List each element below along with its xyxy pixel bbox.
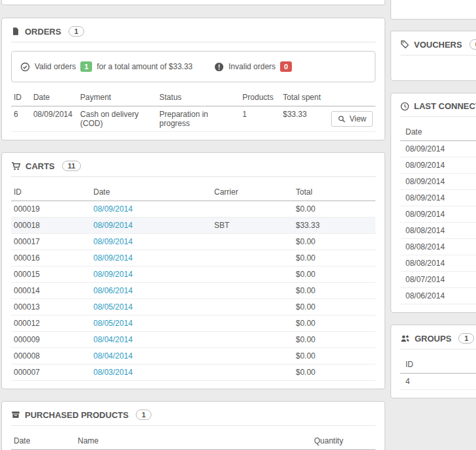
col-header-id: ID: [11, 184, 91, 201]
cart-id: 000007: [11, 364, 91, 381]
cart-row[interactable]: 000017 08/09/2014 $0.00: [11, 234, 375, 250]
connection-row: 08/09/2014: [400, 174, 476, 190]
cart-id: 000019: [11, 201, 91, 217]
cart-date-link[interactable]: 08/09/2014: [93, 253, 133, 263]
cart-date-link[interactable]: 08/09/2014: [93, 270, 133, 279]
cart-carrier: [212, 299, 293, 315]
cart-carrier: [212, 266, 293, 283]
cart-total: $0.00: [293, 332, 375, 348]
vouchers-panel-title: VOUCHERS: [414, 40, 462, 50]
cart-row[interactable]: 000018 08/09/2014 SBT $33.33: [11, 217, 375, 234]
last-connections-table: Date 08/09/2014 08/09/2014 08/09/2014 08…: [400, 123, 476, 304]
clock-icon: [400, 102, 409, 111]
cart-carrier: SBT: [212, 217, 293, 234]
cart-carrier: [212, 348, 293, 364]
col-header-payment: Payment: [78, 89, 157, 106]
carts-panel-title: CARTS: [25, 161, 55, 171]
cart-row[interactable]: 000007 08/03/2014 $0.00: [11, 364, 375, 381]
connection-row: 08/07/2014: [400, 272, 476, 288]
connection-row: 08/09/2014: [400, 141, 476, 157]
purchased-table-header: Date Name Quantity: [11, 432, 375, 450]
cart-row[interactable]: 000012 08/05/2014 $0.00: [11, 315, 375, 332]
cart-total: $0.00: [293, 250, 375, 266]
orders-panel-heading: ORDERS 1: [11, 26, 375, 42]
connection-row: 08/06/2014: [400, 288, 476, 304]
cart-date-link[interactable]: 08/06/2014: [93, 286, 133, 295]
partial-panel-above: [1, 0, 385, 5]
view-order-button[interactable]: View: [331, 111, 373, 127]
connection-date: 08/07/2014: [400, 272, 476, 288]
carts-table-header: ID Date Carrier Total: [11, 184, 375, 201]
col-header-date: Date: [400, 123, 476, 141]
connection-row: 08/08/2014: [400, 239, 476, 255]
vouchers-panel-heading: VOUCHERS 0: [400, 39, 476, 56]
vouchers-empty-body: [400, 56, 476, 72]
invalid-orders-label: Invalid orders: [229, 62, 276, 71]
connection-row: 08/08/2014: [400, 255, 476, 272]
col-header-date: Date: [91, 184, 212, 201]
cart-row[interactable]: 000013 08/05/2014 $0.00: [11, 299, 375, 315]
col-header-id: ID: [11, 89, 31, 106]
groups-table-header: ID: [400, 356, 476, 374]
cart-row[interactable]: 000014 08/06/2014 $0.00: [11, 283, 375, 299]
cart-row[interactable]: 000008 08/04/2014 $0.00: [11, 348, 375, 364]
connection-date: 08/08/2014: [400, 223, 476, 239]
cart-carrier: [212, 250, 293, 266]
carts-panel-heading: CARTS 11: [11, 161, 375, 177]
purchased-products-title: PURCHASED PRODUCTS: [25, 410, 129, 420]
valid-orders-label: Valid orders: [35, 62, 76, 71]
cart-id: 000015: [11, 266, 91, 283]
last-connections-heading: LAST CONNECTIONS: [400, 101, 476, 117]
col-header-id: ID: [400, 356, 476, 374]
carts-panel: CARTS 11 ID Date Carrier Total 000019 08…: [1, 152, 385, 389]
col-header-total-spent: Total spent: [280, 89, 328, 106]
connection-row: 08/09/2014: [400, 206, 476, 223]
connection-row: 08/09/2014: [400, 190, 476, 206]
cart-date-link[interactable]: 08/05/2014: [93, 319, 133, 328]
order-status: Preparation in progress: [157, 106, 240, 132]
connection-row: 08/08/2014: [400, 223, 476, 239]
cart-row[interactable]: 000015 08/09/2014 $0.00: [11, 266, 375, 283]
cart-date-link[interactable]: 08/04/2014: [93, 335, 133, 344]
side-column: VOUCHERS 0 LAST CONNECTIONS Date 08/09/2…: [390, 0, 476, 410]
last-connections-title: LAST CONNECTIONS: [414, 101, 476, 111]
col-header-quantity: Quantity: [311, 432, 375, 450]
cart-id: 000014: [11, 283, 91, 299]
cart-row[interactable]: 000016 08/09/2014 $0.00: [11, 250, 375, 266]
cart-date-link[interactable]: 08/05/2014: [93, 302, 133, 312]
carts-count-badge: 11: [62, 161, 82, 171]
cart-date-link[interactable]: 08/09/2014: [93, 237, 133, 246]
orders-table: ID Date Payment Status Products Total sp…: [11, 89, 375, 132]
cart-total: $0.00: [293, 201, 375, 217]
col-header-status: Status: [157, 89, 240, 106]
order-payment: Cash on delivery (COD): [78, 106, 157, 132]
check-circle-icon: [20, 62, 30, 72]
orders-panel: ORDERS 1 Valid orders 1 for a total amou…: [1, 18, 385, 140]
cart-id: 000012: [11, 315, 91, 332]
vouchers-panel: VOUCHERS 0: [390, 31, 476, 81]
cart-carrier: [212, 332, 293, 348]
cart-row[interactable]: 000009 08/04/2014 $0.00: [11, 332, 375, 348]
cart-total: $0.00: [293, 299, 375, 315]
cart-date-link[interactable]: 08/09/2014: [93, 221, 133, 230]
col-header-action: [328, 89, 375, 106]
cart-total: $0.00: [293, 234, 375, 250]
vouchers-count-badge: 0: [469, 39, 476, 50]
cart-date-link[interactable]: 08/04/2014: [93, 351, 133, 361]
order-row[interactable]: 6 08/09/2014 Cash on delivery (COD) Prep…: [11, 106, 375, 132]
purchased-products-panel: PURCHASED PRODUCTS 1 Date Name Quantity …: [1, 401, 385, 450]
cart-id: 000013: [11, 299, 91, 315]
carts-table: ID Date Carrier Total 000019 08/09/2014 …: [11, 184, 375, 381]
customer-detail-page: ORDERS 1 Valid orders 1 for a total amou…: [0, 0, 476, 450]
connection-row: 08/09/2014: [400, 157, 476, 174]
col-header-date: Date: [31, 89, 78, 106]
group-id: 4: [400, 374, 476, 390]
cart-date-link[interactable]: 08/03/2014: [93, 368, 133, 377]
cart-row[interactable]: 000019 08/09/2014 $0.00: [11, 201, 375, 217]
groups-count-badge: 1: [458, 333, 474, 344]
purchased-products-heading: PURCHASED PRODUCTS 1: [11, 410, 375, 426]
cart-id: 000008: [11, 348, 91, 364]
valid-orders-amount: for a total amount of $33.33: [97, 62, 193, 71]
view-button-label: View: [349, 114, 366, 123]
cart-date-link[interactable]: 08/09/2014: [93, 204, 133, 214]
